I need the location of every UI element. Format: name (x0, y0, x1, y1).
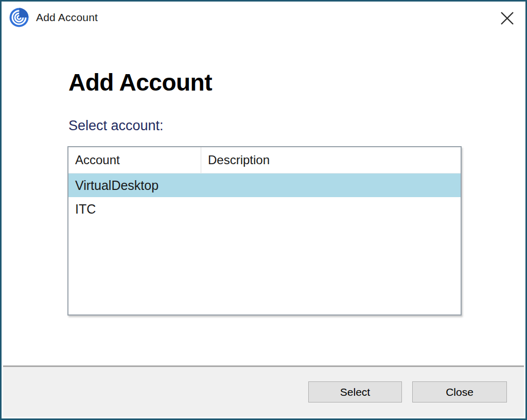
page-title: Add Account (68, 68, 212, 96)
app-icon (9, 8, 29, 27)
titlebar: Add Account (2, 2, 525, 33)
table-header: Account Description (68, 147, 461, 173)
close-x-glyph (500, 11, 514, 25)
column-header-account[interactable]: Account (68, 147, 201, 173)
select-account-label: Select account: (68, 118, 164, 134)
account-cell: VirtualDesktop (68, 178, 201, 193)
select-button[interactable]: Select (308, 381, 402, 402)
close-icon[interactable] (497, 8, 517, 28)
table-row-virtualdesktop[interactable]: VirtualDesktop (68, 173, 461, 197)
column-header-description[interactable]: Description (201, 147, 461, 173)
accounts-table: Account Description VirtualDesktop ITC (67, 146, 462, 316)
add-account-dialog: Add Account Add Account Select account: … (0, 0, 527, 420)
account-cell: ITC (68, 202, 201, 217)
window-title: Add Account (36, 11, 98, 24)
close-button[interactable]: Close (412, 381, 507, 402)
table-row-itc[interactable]: ITC (68, 197, 461, 221)
footer: Select Close (3, 365, 524, 417)
